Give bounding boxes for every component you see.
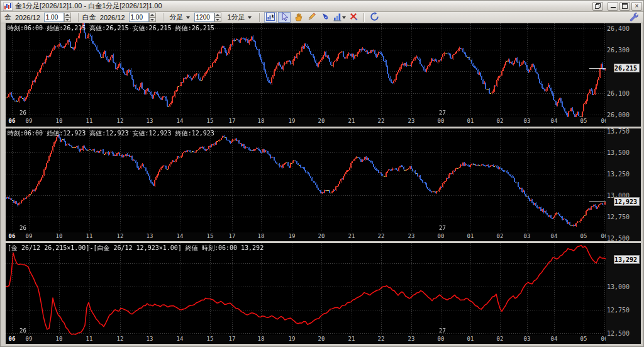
refresh-icon: [370, 12, 379, 23]
refresh-button[interactable]: [369, 12, 381, 23]
chevron-down-icon: [186, 16, 190, 19]
titlebar[interactable]: 金1分足[2026/12]1.00 - 白金1分足[2026/12]1.00 ×: [1, 1, 643, 12]
time-tick-label: 10: [56, 118, 63, 124]
date-marker: 26: [19, 110, 26, 116]
date-marker: 27: [439, 110, 446, 116]
price-tick-label: 13,500: [607, 149, 630, 156]
time-tick-label: 11: [86, 336, 93, 342]
price-tick-label: 26,300: [607, 47, 630, 54]
time-tick-label: 23: [408, 233, 415, 239]
gold-price-axis: 26,215 26,40026,30026,10026,000: [606, 23, 641, 127]
time-tick-label: 20: [318, 336, 325, 342]
chart-inspect-icon: [265, 12, 275, 23]
platinum-contract-label: 2026/12: [100, 14, 125, 21]
time-tick-label: 20: [318, 118, 325, 124]
pencil-tool-button[interactable]: [306, 12, 318, 23]
platinum-chart-panel: 時刻:06:00 始値:12,923 高値:12,923 安値:12,923 終…: [1, 128, 644, 241]
time-tick-label: 20: [318, 233, 325, 239]
gold-multiplier-spin-arrows[interactable]: [64, 13, 71, 22]
minimize-button[interactable]: [608, 2, 618, 11]
price-tick-label: 12,750: [607, 213, 630, 220]
price-tick-label: 12,500: [607, 235, 630, 242]
platinum-multiplier-input[interactable]: [129, 13, 149, 22]
spread-price-axis: 13,292 13,00012,75012,500: [606, 243, 641, 344]
select-tool-button[interactable]: [278, 12, 291, 23]
platinum-multiplier-spin-arrows[interactable]: [149, 13, 156, 22]
time-tick-label: 13: [147, 233, 153, 239]
time-tick-label: 17: [229, 118, 236, 124]
time-tick-label: 09: [26, 336, 33, 342]
toolbar-separator: [364, 13, 365, 22]
bar-count-input[interactable]: [194, 13, 214, 22]
time-tick-label: 14: [177, 336, 184, 342]
gold-chart-panel: 時刻:06:00 始値:26,215 高値:26,215 安値:26,215 終…: [1, 23, 644, 127]
app-window: 金1分足[2026/12]1.00 - 白金1分足[2026/12]1.00 ×…: [0, 0, 644, 347]
price-tick-label: 12,500: [607, 330, 630, 337]
time-tick-label: 10: [56, 336, 63, 342]
pen-nib-icon: [321, 12, 330, 23]
time-tick-label: 02: [497, 118, 504, 124]
maximize-button[interactable]: [619, 2, 630, 11]
chart-type-button[interactable]: [333, 12, 346, 23]
spread-chart-panel: [金 26/12 26,215×1.00]-[白金 26/12 12,923×1…: [1, 243, 644, 344]
time-tick-label: 12: [117, 336, 124, 342]
price-tick-label: 26,000: [607, 111, 630, 118]
bar-count-spinbox[interactable]: [194, 13, 221, 22]
pencil-icon: [307, 12, 316, 23]
time-tick-label: 14: [177, 118, 184, 124]
time-tick-label: 17: [229, 336, 236, 342]
bar-chart-icon: [333, 12, 342, 23]
time-tick-label: 01: [467, 336, 474, 342]
pen-tool-button[interactable]: [319, 12, 332, 23]
platinum-multiplier-spinbox[interactable]: [129, 13, 156, 22]
time-tick-label: 03: [524, 233, 531, 239]
time-tick-label: 18: [258, 118, 265, 124]
spread-line-canvas[interactable]: [6, 243, 606, 335]
price-tick-label: 13,250: [607, 171, 630, 178]
spread-chart-plot[interactable]: [金 26/12 26,215×1.00]-[白金 26/12 12,923×1…: [6, 243, 606, 344]
time-tick-label: 13: [147, 336, 153, 342]
time-tick-label: 00: [438, 336, 445, 342]
time-tick-label: 04: [551, 233, 558, 239]
time-tick-label: 17: [229, 233, 236, 239]
time-tick-label: 06: [601, 233, 606, 239]
red-x-icon: [349, 12, 358, 23]
time-tick-label: 15: [207, 336, 214, 342]
date-marker: 26: [19, 225, 26, 231]
settings-wrench-button[interactable]: [627, 12, 640, 23]
close-button[interactable]: ×: [631, 2, 642, 11]
time-tick-label: 06: [9, 233, 16, 239]
float-window-button[interactable]: [592, 2, 603, 11]
gold-candlestick-canvas[interactable]: [6, 23, 606, 117]
date-marker: 26: [19, 327, 26, 334]
gold-multiplier-spinbox[interactable]: [44, 13, 71, 22]
time-tick-label: 21: [348, 118, 355, 124]
chart-area: 時刻:06:00 始値:26,215 高値:26,215 安値:26,215 終…: [1, 23, 644, 347]
chart-inspect-tool-button[interactable]: [264, 12, 277, 23]
price-tick-label: 13,000: [607, 283, 630, 290]
time-tick-label: 00: [438, 233, 445, 239]
clear-chart-button[interactable]: [347, 12, 360, 23]
gold-multiplier-input[interactable]: [44, 13, 64, 22]
time-tick-label: 11: [86, 233, 93, 239]
time-tick-label: 04: [551, 336, 558, 342]
price-tick-label: 12,750: [607, 307, 630, 314]
platinum-chart-plot[interactable]: 時刻:06:00 始値:12,923 高値:12,923 安値:12,923 終…: [6, 128, 606, 241]
platinum-candlestick-canvas[interactable]: [6, 128, 606, 232]
gold-contract-label: 2026/12: [15, 14, 40, 21]
time-tick-label: 14: [177, 233, 184, 239]
time-tick-label: 06: [601, 118, 606, 124]
pan-tool-button[interactable]: [292, 12, 304, 23]
time-tick-label: 03: [524, 336, 531, 342]
cursor-arrow-icon: [280, 12, 289, 23]
timeframe-dropdown[interactable]: 1分足: [225, 13, 254, 23]
spread-current-price: 13,292: [614, 255, 640, 264]
time-tick-label: 11: [86, 118, 93, 124]
window-title: 金1分足[2026/12]1.00 - 白金1分足[2026/12]1.00: [15, 1, 592, 11]
time-tick-label: 06: [9, 336, 16, 342]
time-tick-label: 01: [467, 233, 474, 239]
price-tick-label: 26,400: [607, 25, 630, 32]
gold-chart-plot[interactable]: 時刻:06:00 始値:26,215 高値:26,215 安値:26,215 終…: [6, 23, 606, 127]
period-type-dropdown[interactable]: 分足: [167, 13, 192, 23]
bar-count-spin-arrows[interactable]: [214, 13, 221, 22]
